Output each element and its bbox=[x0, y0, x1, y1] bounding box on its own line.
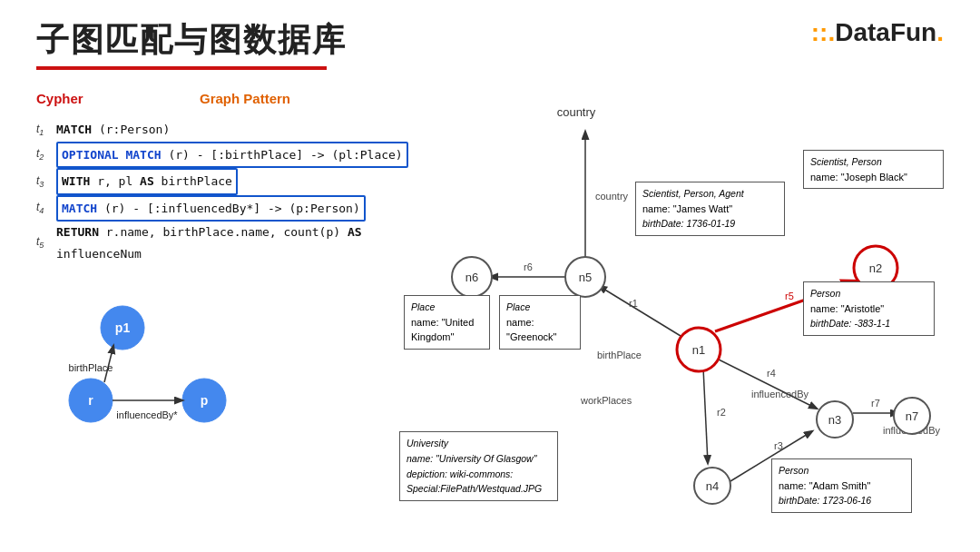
svg-text:p: p bbox=[201, 393, 209, 408]
t5-label: t5 bbox=[36, 232, 51, 253]
title-area: 子图匹配与图数据库 bbox=[36, 18, 944, 70]
logo: ::.DataFun. bbox=[811, 18, 944, 47]
joseph-black-box: Scientist, Person name: "Joseph Black" bbox=[803, 150, 944, 189]
svg-text:influencedBy*: influencedBy* bbox=[116, 409, 178, 420]
code-lines: t1 MATCH (r:Person) t2 OPTIONAL MATCH (r… bbox=[36, 118, 426, 264]
cypher-label: Cypher bbox=[36, 91, 83, 106]
james-watt-box: Scientist, Person, Agent name: "James Wa… bbox=[635, 182, 785, 236]
main-title: 子图匹配与图数据库 bbox=[36, 18, 944, 63]
t5-code: RETURN r.name, birthPlace.name, count(p)… bbox=[56, 222, 426, 264]
svg-line-22 bbox=[717, 359, 817, 409]
place-uk-box: Place name: "United Kingdom" bbox=[404, 295, 490, 350]
aristotle-box: Person name: "Aristotle" birthDate: -383… bbox=[803, 281, 935, 336]
svg-text:country: country bbox=[557, 105, 596, 119]
svg-text:n4: n4 bbox=[706, 479, 719, 493]
code-row-t3: t3 WITH r, pl AS birthPlace bbox=[36, 168, 426, 194]
svg-line-18 bbox=[703, 368, 708, 463]
svg-text:r3: r3 bbox=[774, 440, 783, 451]
slide: 子图匹配与图数据库 ::.DataFun. Cypher Graph Patte… bbox=[0, 0, 980, 552]
logo-text: DataFun bbox=[835, 18, 936, 46]
svg-text:n5: n5 bbox=[579, 271, 592, 284]
logo-dots: ::. bbox=[811, 18, 835, 46]
svg-text:influencedBy: influencedBy bbox=[751, 389, 808, 399]
svg-text:r4: r4 bbox=[767, 368, 776, 379]
title-underline bbox=[36, 66, 327, 70]
svg-text:workPlaces: workPlaces bbox=[580, 395, 632, 406]
t4-label: t4 bbox=[36, 198, 51, 219]
svg-text:birthPlace: birthPlace bbox=[597, 350, 642, 360]
svg-text:n7: n7 bbox=[906, 409, 918, 423]
svg-text:r7: r7 bbox=[871, 398, 880, 409]
svg-text:birthPlace: birthPlace bbox=[69, 362, 113, 373]
svg-text:n2: n2 bbox=[869, 261, 882, 275]
t2-label: t2 bbox=[36, 144, 51, 165]
adam-smith-box: Person name: "Adam Smith" birthDate: 172… bbox=[771, 458, 912, 513]
svg-text:n3: n3 bbox=[828, 413, 841, 427]
svg-text:r1: r1 bbox=[629, 298, 638, 309]
code-row-t2: t2 OPTIONAL MATCH (r) - [:birthPlace] ->… bbox=[36, 142, 426, 168]
left-panel: Cypher Graph Pattern t1 MATCH (r:Person)… bbox=[36, 91, 426, 463]
code-row-t5: t5 RETURN r.name, birthPlace.name, count… bbox=[36, 222, 426, 264]
svg-text:r5: r5 bbox=[785, 291, 794, 301]
subgraph-svg: p1 r p birthPlace influencedBy* bbox=[36, 291, 245, 459]
diagram-area: r6 country r1 r5 r2 r3 r4 r7 birthPlace bbox=[390, 82, 962, 543]
t4-code: MATCH (r) - [:influencedBy*] -> (p:Perso… bbox=[56, 195, 366, 222]
svg-text:n6: n6 bbox=[466, 271, 478, 284]
svg-text:r6: r6 bbox=[524, 261, 533, 272]
code-row-t4: t4 MATCH (r) - [:influencedBy*] -> (p:Pe… bbox=[36, 195, 426, 222]
place-greenock-box: Place name: "Greenock" bbox=[499, 295, 581, 350]
svg-text:r: r bbox=[88, 393, 93, 408]
code-row-t1: t1 MATCH (r:Person) bbox=[36, 118, 426, 142]
svg-text:n1: n1 bbox=[692, 343, 705, 357]
t1-label: t1 bbox=[36, 120, 51, 141]
university-box: University name: "University Of Glasgow"… bbox=[399, 431, 558, 501]
t3-code: WITH r, pl AS birthPlace bbox=[56, 168, 238, 194]
svg-text:r2: r2 bbox=[717, 407, 726, 418]
t1-code: MATCH (r:Person) bbox=[56, 119, 170, 140]
graph-pattern-label: Graph Pattern bbox=[200, 91, 290, 106]
svg-line-14 bbox=[599, 286, 681, 336]
svg-text:p1: p1 bbox=[115, 320, 131, 335]
t2-code: OPTIONAL MATCH (r) - [:birthPlace] -> (p… bbox=[56, 142, 408, 168]
svg-text:country: country bbox=[595, 191, 629, 202]
subgraph-pattern-area: p1 r p birthPlace influencedBy* bbox=[36, 291, 426, 463]
logo-period: . bbox=[936, 18, 944, 46]
t3-label: t3 bbox=[36, 172, 51, 192]
